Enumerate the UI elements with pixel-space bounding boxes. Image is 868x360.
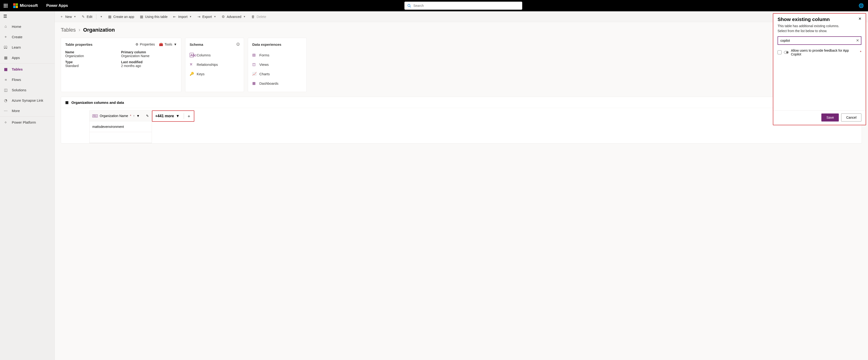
panel-title: Show existing column <box>778 17 830 22</box>
waffle-icon <box>4 4 7 7</box>
toolbox-icon: 🧰 <box>159 43 163 46</box>
sidebar-item-more[interactable]: ⋯More <box>0 106 54 116</box>
card-title: Schema <box>190 43 203 47</box>
cancel-button[interactable]: Cancel <box>841 113 861 121</box>
edit-icon: ✎ <box>82 15 85 19</box>
panel-search-input[interactable] <box>778 36 861 45</box>
new-button[interactable]: ＋New▼ <box>58 13 79 20</box>
global-search-input[interactable] <box>413 4 519 7</box>
solutions-icon: ◫ <box>3 88 8 92</box>
advanced-button[interactable]: ⚙Advanced▼ <box>219 13 248 20</box>
import-icon: ⇤ <box>173 15 176 19</box>
prop-primary-value: Organization Name <box>121 54 177 58</box>
edit-button[interactable]: ✎Edit <box>80 13 95 20</box>
sidebar-item-create[interactable]: ＋Create <box>0 32 54 42</box>
card-title: Table properties <box>65 43 93 47</box>
svg-point-0 <box>408 4 410 7</box>
forms-icon: ▤ <box>252 53 256 57</box>
prop-name-value: Organization <box>65 54 121 58</box>
column-option-checkbox[interactable] <box>778 50 781 55</box>
schema-columns-link[interactable]: AbcColumns <box>190 50 240 60</box>
views-icon: ◫ <box>252 62 256 66</box>
grid-icon: ▦ <box>3 67 8 72</box>
data-cell[interactable]: mattsdevenvironment <box>90 121 152 132</box>
forms-link[interactable]: ▤Forms <box>252 50 302 60</box>
breadcrumb-current: Organization <box>83 27 115 33</box>
sort-ascending-icon: ↑ <box>133 114 134 117</box>
microsoft-name: Microsoft <box>20 3 38 8</box>
sidebar-item-solutions[interactable]: ◫Solutions <box>0 85 54 95</box>
more-icon: ⋯ <box>3 109 8 113</box>
create-app-button[interactable]: ▦Create an app <box>106 13 136 20</box>
add-column-button[interactable]: ＋ <box>184 113 191 119</box>
table-icon: ▦ <box>140 15 143 19</box>
schema-keys-link[interactable]: 🔑Keys <box>190 69 240 79</box>
prop-primary-label: Primary column <box>121 50 177 54</box>
sidebar-item-synapse[interactable]: ◔Azure Synapse Link <box>0 95 54 106</box>
sidebar-item-tables[interactable]: ▦Tables <box>0 64 54 74</box>
advanced-icon: ⚙ <box>222 15 225 19</box>
breadcrumb-root[interactable]: Tables <box>61 27 76 33</box>
tools-link[interactable]: 🧰Tools▼ <box>159 43 177 46</box>
info-icon[interactable]: ⓘ <box>237 42 240 47</box>
global-search[interactable] <box>404 2 522 10</box>
charts-link[interactable]: 📈Charts <box>252 69 302 79</box>
top-header: Microsoft Power Apps 🌐 <box>0 0 868 11</box>
chevron-down-icon[interactable]: ▼ <box>136 114 140 118</box>
table-properties-card: Table properties ⚙Properties 🧰Tools▼ Nam… <box>61 38 181 92</box>
data-cell-empty[interactable] <box>90 132 152 143</box>
edit-menu-button[interactable]: ▼ <box>98 14 105 19</box>
dashboards-link[interactable]: ▦Dashboards <box>252 79 302 88</box>
app-launcher-button[interactable] <box>0 0 11 11</box>
charts-icon: 📈 <box>252 72 256 76</box>
import-button[interactable]: ⇤Import▼ <box>171 13 194 20</box>
save-button[interactable]: Save <box>822 113 839 121</box>
text-column-icon: Abc <box>92 114 98 117</box>
more-columns-button[interactable]: +441 more ▼ ＋ <box>152 110 194 122</box>
clear-search-icon[interactable]: ✕ <box>856 38 859 43</box>
views-link[interactable]: ◫Views <box>252 60 302 69</box>
relationships-icon: ⤱ <box>190 62 194 66</box>
dashboards-icon: ▦ <box>252 81 256 85</box>
show-existing-column-panel: Show existing column ✕ This table has ad… <box>773 13 866 125</box>
breadcrumb: Tables › Organization <box>61 27 862 33</box>
close-icon[interactable]: ✕ <box>858 17 861 22</box>
using-table-button[interactable]: ▦Using this table <box>137 13 170 20</box>
microsoft-logo: Microsoft <box>11 3 40 8</box>
column-option-row[interactable]: Allow users to provide feedback for App … <box>773 48 866 58</box>
edit-column-icon[interactable]: ✎ <box>146 114 149 118</box>
export-icon: ⇥ <box>197 15 200 19</box>
sidebar-item-flows[interactable]: ∝Flows <box>0 74 54 85</box>
chevron-down-icon: ▼ <box>74 15 76 18</box>
export-button[interactable]: ⇥Export▼ <box>195 13 218 20</box>
required-indicator: * <box>860 50 861 55</box>
columns-icon: Abc <box>190 53 194 57</box>
sidebar-item-home[interactable]: ⌂Home <box>0 21 54 32</box>
chevron-down-icon: ▼ <box>189 15 192 18</box>
column-header-orgname[interactable]: Abc Organization Name* ↑ ▼ ✎ <box>90 110 152 121</box>
gear-icon: ⚙ <box>135 43 138 46</box>
properties-link[interactable]: ⚙Properties <box>135 43 155 46</box>
app-name: Power Apps <box>40 3 68 8</box>
sidebar-item-power-platform[interactable]: ⟐Power Platform <box>0 117 54 128</box>
microsoft-logo-icon <box>13 3 18 8</box>
schema-relationships-link[interactable]: ⤱Relationships <box>190 60 240 69</box>
delete-icon: 🗑 <box>251 15 255 19</box>
prop-type-value: Standard <box>65 64 121 68</box>
home-icon: ⌂ <box>3 24 8 29</box>
prop-name-label: Name <box>65 50 121 54</box>
sidebar-item-learn[interactable]: 🕮Learn <box>0 42 54 52</box>
coldata-title: Organization columns and data <box>71 101 124 105</box>
environment-icon[interactable]: 🌐 <box>859 3 864 8</box>
delete-button[interactable]: 🗑Delete <box>249 13 269 20</box>
sidebar-item-apps[interactable]: ▦Apps <box>0 52 54 63</box>
search-icon <box>407 4 411 7</box>
apps-icon: ▦ <box>3 55 8 60</box>
chevron-down-icon: ▼ <box>243 15 246 18</box>
sidebar-collapse-button[interactable]: ☰ <box>0 11 54 21</box>
power-platform-icon: ⟐ <box>3 120 8 124</box>
panel-subtitle-1: This table has additional existing colum… <box>778 24 861 29</box>
required-indicator: * <box>130 114 131 118</box>
card-title: Data experiences <box>252 43 281 47</box>
schema-card: Schemaⓘ AbcColumns ⤱Relationships 🔑Keys <box>185 38 244 92</box>
